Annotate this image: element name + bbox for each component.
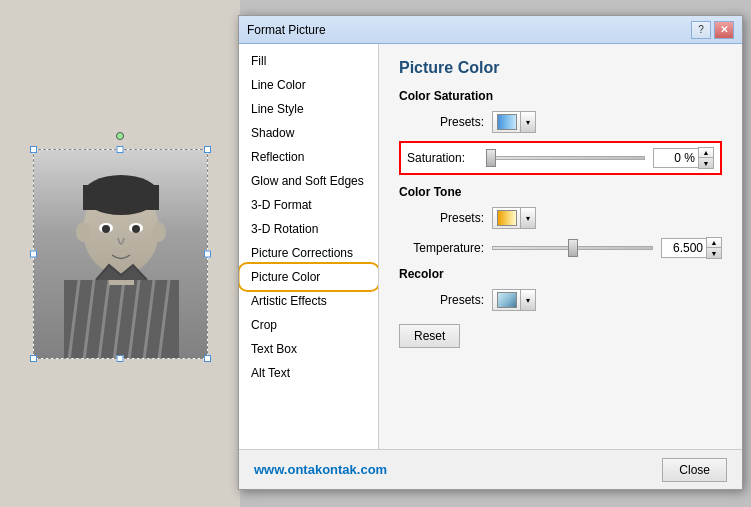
svg-point-16 [102, 225, 110, 233]
dialog-titlebar: Format Picture ? ✕ [239, 16, 742, 44]
recolor-preset-icon [492, 289, 520, 311]
dialog-title: Format Picture [247, 23, 326, 37]
recolor-preset-swatch [497, 292, 517, 308]
saturation-spinner-arrows: ▲ ▼ [698, 147, 714, 169]
format-picture-dialog: Format Picture ? ✕ Fill Line Color Line … [238, 15, 743, 490]
saturation-presets-label: Presets: [399, 115, 484, 129]
tone-presets-dropdown[interactable]: ▾ [492, 207, 536, 229]
temperature-slider-thumb[interactable] [568, 239, 578, 257]
temperature-slider-container[interactable] [492, 239, 653, 257]
color-tone-header: Color Tone [399, 185, 722, 199]
titlebar-close-button[interactable]: ✕ [714, 21, 734, 39]
nav-item-line-style[interactable]: Line Style [239, 97, 378, 121]
saturation-preset-icon [492, 111, 520, 133]
nav-item-picture-color[interactable]: Picture Color [239, 265, 378, 289]
handle-ml[interactable] [30, 250, 37, 257]
svg-point-19 [152, 222, 166, 242]
handle-mr[interactable] [204, 250, 211, 257]
temperature-down-arrow[interactable]: ▼ [707, 248, 721, 258]
saturation-value-input[interactable] [653, 148, 698, 168]
saturation-presets-dropdown[interactable]: ▾ [492, 111, 536, 133]
nav-item-3d-rotation[interactable]: 3-D Rotation [239, 217, 378, 241]
temperature-value-input[interactable] [661, 238, 706, 258]
photo-content [34, 150, 207, 358]
dialog-footer: www.ontakontak.com Close [239, 449, 742, 489]
nav-item-shadow[interactable]: Shadow [239, 121, 378, 145]
color-saturation-header: Color Saturation [399, 89, 722, 103]
saturation-slider-container[interactable] [490, 149, 645, 167]
nav-item-reflection[interactable]: Reflection [239, 145, 378, 169]
recolor-presets-label: Presets: [399, 293, 484, 307]
recolor-presets-dropdown[interactable]: ▾ [492, 289, 536, 311]
nav-item-text-box[interactable]: Text Box [239, 337, 378, 361]
close-dialog-button[interactable]: Close [662, 458, 727, 482]
temperature-row: Temperature: ▲ ▼ [399, 237, 722, 259]
content-panel: Picture Color Color Saturation Presets: … [379, 44, 742, 489]
help-button[interactable]: ? [691, 21, 711, 39]
slide-area [0, 0, 240, 507]
saturation-slider-track[interactable] [490, 156, 645, 160]
panel-title: Picture Color [399, 59, 722, 77]
nav-item-crop[interactable]: Crop [239, 313, 378, 337]
tone-presets-label: Presets: [399, 211, 484, 225]
recolor-preset-arrow[interactable]: ▾ [520, 289, 536, 311]
tone-preset-arrow[interactable]: ▾ [520, 207, 536, 229]
temperature-label: Temperature: [399, 241, 484, 255]
nav-item-picture-corrections[interactable]: Picture Corrections [239, 241, 378, 265]
temperature-slider-track[interactable] [492, 246, 653, 250]
saturation-presets-row: Presets: ▾ [399, 111, 722, 133]
svg-point-18 [76, 222, 90, 242]
nav-item-artistic-effects[interactable]: Artistic Effects [239, 289, 378, 313]
tone-presets-row: Presets: ▾ [399, 207, 722, 229]
saturation-down-arrow[interactable]: ▼ [699, 158, 713, 168]
reset-button[interactable]: Reset [399, 324, 460, 348]
nav-item-glow[interactable]: Glow and Soft Edges [239, 169, 378, 193]
rotation-handle[interactable] [116, 132, 124, 140]
tone-preset-icon [492, 207, 520, 229]
color-preset-swatch [497, 114, 517, 130]
nav-item-alt-text[interactable]: Alt Text [239, 361, 378, 385]
svg-rect-13 [83, 185, 159, 210]
recolor-header: Recolor [399, 267, 722, 281]
dialog-body: Fill Line Color Line Style Shadow Reflec… [239, 44, 742, 489]
handle-tl[interactable] [30, 146, 37, 153]
temperature-spinner[interactable]: ▲ ▼ [661, 237, 722, 259]
nav-item-line-color[interactable]: Line Color [239, 73, 378, 97]
saturation-up-arrow[interactable]: ▲ [699, 148, 713, 158]
image-frame[interactable] [33, 149, 208, 359]
temperature-spinner-arrows: ▲ ▼ [706, 237, 722, 259]
saturation-preset-arrow[interactable]: ▾ [520, 111, 536, 133]
svg-point-17 [132, 225, 140, 233]
titlebar-controls: ? ✕ [691, 21, 734, 39]
nav-item-fill[interactable]: Fill [239, 49, 378, 73]
saturation-row: Saturation: ▲ ▼ [399, 141, 722, 175]
handle-tr[interactable] [204, 146, 211, 153]
handle-bm[interactable] [117, 355, 124, 362]
saturation-slider-thumb[interactable] [486, 149, 496, 167]
tone-preset-swatch [497, 210, 517, 226]
nav-item-3d-format[interactable]: 3-D Format [239, 193, 378, 217]
temperature-up-arrow[interactable]: ▲ [707, 238, 721, 248]
nav-panel: Fill Line Color Line Style Shadow Reflec… [239, 44, 379, 489]
recolor-presets-row: Presets: ▾ [399, 289, 722, 311]
handle-bl[interactable] [30, 355, 37, 362]
handle-tm[interactable] [117, 146, 124, 153]
saturation-label: Saturation: [407, 151, 482, 165]
handle-br[interactable] [204, 355, 211, 362]
website-link[interactable]: www.ontakontak.com [254, 462, 387, 477]
saturation-spinner[interactable]: ▲ ▼ [653, 147, 714, 169]
